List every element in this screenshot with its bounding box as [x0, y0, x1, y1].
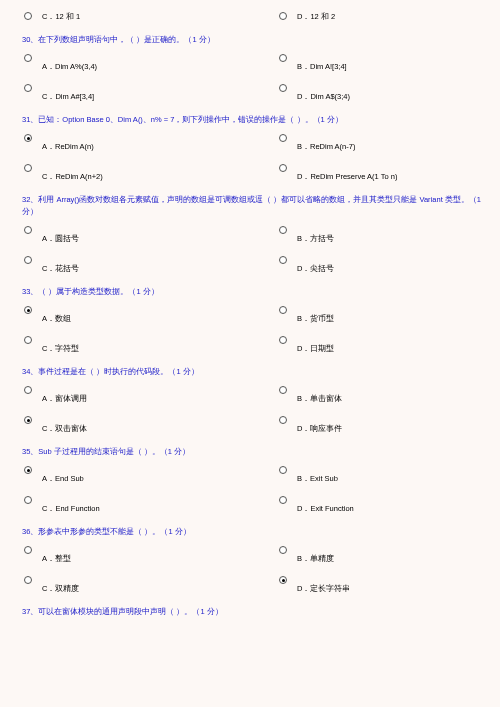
radio-icon[interactable] [24, 336, 32, 344]
option-B[interactable]: B．货币型 [277, 304, 482, 324]
option-label: D．Dim A$(3;4) [297, 82, 350, 102]
radio-icon[interactable] [279, 416, 287, 424]
option-row: C．字符型D．日期型 [22, 334, 482, 354]
option-B[interactable]: B．单精度 [277, 544, 482, 564]
option-label: D．日期型 [297, 334, 334, 354]
radio-icon[interactable] [24, 256, 32, 264]
option-B[interactable]: B．方括号 [277, 224, 482, 244]
option-C[interactable]: C．双击窗体 [22, 414, 277, 434]
option-C[interactable]: C．花括号 [22, 254, 277, 274]
option-row: A．圆括号B．方括号 [22, 224, 482, 244]
option-C[interactable]: C．12 和 1 [22, 10, 277, 22]
option-B[interactable]: B．ReDim A(n-7) [277, 132, 482, 152]
option-row: A．End SubB．Exit Sub [22, 464, 482, 484]
option-row: A．整型B．单精度 [22, 544, 482, 564]
radio-icon[interactable] [24, 54, 32, 62]
radio-icon[interactable] [279, 466, 287, 474]
radio-icon[interactable] [279, 336, 287, 344]
option-C[interactable]: C．Dim A#[3,4] [22, 82, 277, 102]
radio-icon[interactable] [279, 164, 287, 172]
radio-icon[interactable] [279, 546, 287, 554]
option-B[interactable]: B．Dim A![3;4] [277, 52, 482, 72]
radio-icon[interactable] [279, 84, 287, 92]
option-label: A．窗体调用 [42, 384, 87, 404]
option-D[interactable]: D．响应事件 [277, 414, 482, 434]
option-D[interactable]: D．尖括号 [277, 254, 482, 274]
option-D[interactable]: D．ReDim Preserve A(1 To n) [277, 162, 482, 182]
option-label: D．尖括号 [297, 254, 334, 274]
question-stem: 30、在下列数组声明语句中，（ ）是正确的。（1 分） [22, 34, 482, 46]
option-label: D．响应事件 [297, 414, 342, 434]
radio-icon[interactable] [279, 134, 287, 142]
option-A[interactable]: A．数组 [22, 304, 277, 324]
question-stem: 33、（ ）属于构造类型数据。（1 分） [22, 286, 482, 298]
option-label: C．ReDim A(n+2) [42, 162, 103, 182]
radio-icon[interactable] [24, 84, 32, 92]
option-A[interactable]: A．圆括号 [22, 224, 277, 244]
option-label: C．花括号 [42, 254, 79, 274]
option-label: C．字符型 [42, 334, 79, 354]
radio-icon[interactable] [279, 256, 287, 264]
option-A[interactable]: A．Dim A%(3,4) [22, 52, 277, 72]
exam-page: C．12 和 1D．12 和 230、在下列数组声明语句中，（ ）是正确的。（1… [0, 0, 500, 707]
radio-icon[interactable] [24, 576, 32, 584]
radio-icon[interactable] [279, 226, 287, 234]
question-stem: 34、事件过程是在（ ）时执行的代码段。（1 分） [22, 366, 482, 378]
radio-icon[interactable] [24, 466, 32, 474]
radio-icon[interactable] [279, 576, 287, 584]
radio-icon[interactable] [24, 416, 32, 424]
option-label: B．Exit Sub [297, 464, 338, 484]
option-C[interactable]: C．End Function [22, 494, 277, 514]
option-B[interactable]: B．Exit Sub [277, 464, 482, 484]
option-B[interactable]: B．单击窗体 [277, 384, 482, 404]
option-label: D．Exit Function [297, 494, 354, 514]
option-C[interactable]: C．字符型 [22, 334, 277, 354]
option-label: C．12 和 1 [42, 10, 80, 22]
radio-icon[interactable] [279, 386, 287, 394]
option-label: C．Dim A#[3,4] [42, 82, 94, 102]
radio-icon[interactable] [279, 306, 287, 314]
option-D[interactable]: D．12 和 2 [277, 10, 482, 22]
option-D[interactable]: D．Exit Function [277, 494, 482, 514]
radio-icon[interactable] [24, 496, 32, 504]
option-label: C．End Function [42, 494, 100, 514]
radio-icon[interactable] [24, 134, 32, 142]
radio-icon[interactable] [24, 12, 32, 20]
option-D[interactable]: D．日期型 [277, 334, 482, 354]
option-D[interactable]: D．定长字符串 [277, 574, 482, 594]
radio-icon[interactable] [24, 226, 32, 234]
question-stem: 32、利用 Array()函数对数组各元素赋值，声明的数组是可调数组或逗（ ）都… [22, 194, 482, 218]
option-label: C．双击窗体 [42, 414, 87, 434]
option-A[interactable]: A．整型 [22, 544, 277, 564]
radio-icon[interactable] [24, 546, 32, 554]
option-C[interactable]: C．双精度 [22, 574, 277, 594]
radio-icon[interactable] [279, 12, 287, 20]
option-D[interactable]: D．Dim A$(3;4) [277, 82, 482, 102]
option-label: D．ReDim Preserve A(1 To n) [297, 162, 397, 182]
option-A[interactable]: A．End Sub [22, 464, 277, 484]
option-label: A．Dim A%(3,4) [42, 52, 97, 72]
option-row: A．ReDim A(n)B．ReDim A(n-7) [22, 132, 482, 152]
option-C[interactable]: C．ReDim A(n+2) [22, 162, 277, 182]
option-row: C．ReDim A(n+2)D．ReDim Preserve A(1 To n) [22, 162, 482, 182]
radio-icon[interactable] [279, 496, 287, 504]
option-row: C．Dim A#[3,4]D．Dim A$(3;4) [22, 82, 482, 102]
option-A[interactable]: A．ReDim A(n) [22, 132, 277, 152]
option-label: B．单击窗体 [297, 384, 342, 404]
option-row: A．数组B．货币型 [22, 304, 482, 324]
option-label: A．ReDim A(n) [42, 132, 94, 152]
option-row: C．12 和 1D．12 和 2 [22, 10, 482, 22]
option-label: A．圆括号 [42, 224, 79, 244]
radio-icon[interactable] [24, 386, 32, 394]
option-label: B．单精度 [297, 544, 334, 564]
radio-icon[interactable] [24, 306, 32, 314]
radio-icon[interactable] [24, 164, 32, 172]
question-stem: 31、已知：Option Base 0、Dim A()、n% = 7，则下列操作… [22, 114, 482, 126]
option-label: A．End Sub [42, 464, 84, 484]
option-row: C．End FunctionD．Exit Function [22, 494, 482, 514]
radio-icon[interactable] [279, 54, 287, 62]
option-row: A．窗体调用B．单击窗体 [22, 384, 482, 404]
option-label: B．Dim A![3;4] [297, 52, 347, 72]
option-A[interactable]: A．窗体调用 [22, 384, 277, 404]
option-label: B．货币型 [297, 304, 334, 324]
